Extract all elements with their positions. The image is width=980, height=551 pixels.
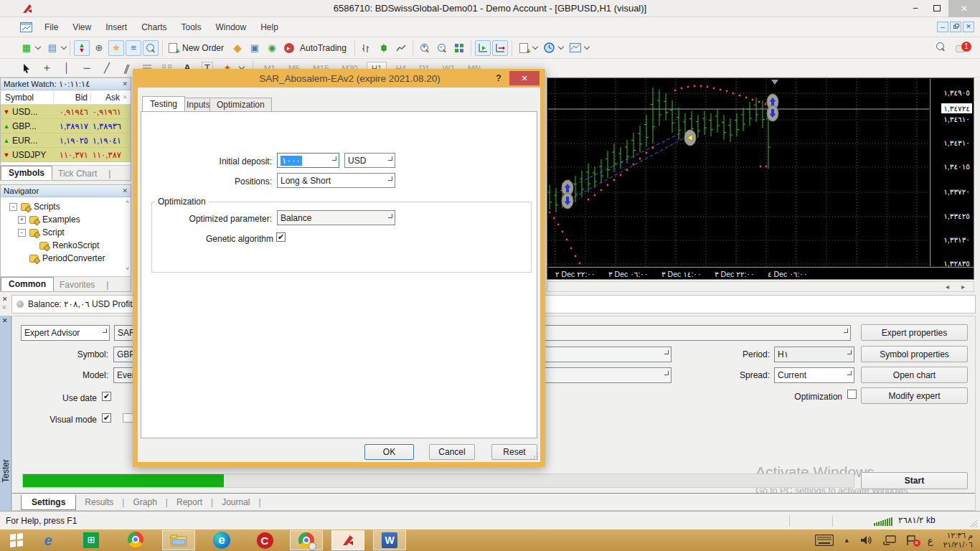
- tab-journal[interactable]: Journal: [213, 495, 258, 509]
- zoom-out-button[interactable]: -: [434, 40, 450, 56]
- volume-tray-icon[interactable]: [860, 535, 873, 545]
- data-window-toggle[interactable]: ⊕: [91, 40, 107, 56]
- new-chart-dropdown-icon[interactable]: [35, 44, 41, 50]
- minimize-button[interactable]: –: [905, 0, 925, 17]
- market-watch-row[interactable]: ▲EUR...١,١٩٠٢٥١,١٩٠٤١: [1, 133, 131, 148]
- action-center-flag-icon[interactable]: ✕: [906, 535, 918, 545]
- templates-button[interactable]: [567, 40, 583, 56]
- menu-help[interactable]: Help: [253, 19, 286, 35]
- periods-dropdown-icon[interactable]: [558, 44, 564, 50]
- menu-view[interactable]: View: [65, 19, 98, 35]
- balance-menu-icon[interactable]: ≡: [2, 303, 6, 311]
- tab-symbols[interactable]: Symbols: [1, 166, 52, 180]
- currency-select[interactable]: USD: [344, 153, 395, 168]
- navigator-scroll-down-icon[interactable]: ˅: [126, 265, 129, 272]
- tile-windows-button[interactable]: [451, 40, 467, 56]
- dialog-resize-grip[interactable]: [530, 452, 539, 461]
- market-watch-row[interactable]: ▼USD...٠,٩١٩٤٦٠,٩١٩٦١: [1, 105, 131, 119]
- tree-item-periodconverter[interactable]: PeriodConverter: [29, 253, 105, 263]
- new-order-icon[interactable]: +: [166, 40, 179, 56]
- dialog-help-button[interactable]: ?: [488, 73, 509, 83]
- navigator-close-icon[interactable]: ✕: [122, 187, 128, 194]
- price-chart[interactable]: [548, 79, 929, 266]
- terminal-toggle[interactable]: ≡: [126, 40, 141, 56]
- market-watch-scroll-up-icon[interactable]: ˄: [123, 94, 127, 100]
- metaeditor-button[interactable]: ◆: [230, 40, 245, 56]
- visual-mode-checkbox[interactable]: ✔: [102, 413, 111, 423]
- market-watch-row[interactable]: ▼USDJPY١١٠,٣٧١١١٠,٣٨٧: [1, 148, 131, 162]
- new-chart-button[interactable]: ▦: [19, 40, 34, 56]
- mdi-close-button[interactable]: ✕: [963, 22, 974, 32]
- dialog-title-bar[interactable]: SAR_Abosalem-EAv2 (expire 2021.08.20) ? …: [133, 69, 545, 88]
- menu-file[interactable]: File: [37, 19, 65, 35]
- tab-report[interactable]: Report: [168, 495, 211, 509]
- dialog-tab-optimization[interactable]: Optimization: [209, 98, 272, 111]
- market-watch-toggle[interactable]: ▲▼: [74, 40, 90, 56]
- profiles-button[interactable]: ▤: [44, 40, 60, 56]
- tray-clock[interactable]: م ١٢:٣٦ ٢١/٢١/٠٦: [943, 531, 973, 550]
- bar-chart-type-button[interactable]: [359, 40, 374, 56]
- tab-graph[interactable]: Graph: [124, 495, 165, 509]
- strategy-tester-toggle[interactable]: [143, 40, 159, 56]
- market-watch-close-icon[interactable]: ✕: [122, 80, 128, 88]
- autotrading-button[interactable]: AutoTrading: [298, 43, 351, 53]
- taskbar-item-store[interactable]: ⊞: [76, 532, 106, 548]
- tab-settings[interactable]: Settings: [21, 494, 76, 510]
- column-symbol[interactable]: Symbol: [1, 93, 54, 103]
- chart-scrollbar[interactable]: ◂ ▸: [547, 281, 974, 292]
- taskbar-item-internet-explorer[interactable]: e: [33, 532, 63, 548]
- tray-language-indicator[interactable]: ع: [928, 535, 933, 546]
- taskbar-item-word[interactable]: W: [373, 530, 406, 550]
- tree-item-scripts[interactable]: -Scripts: [9, 202, 60, 212]
- profiles-dropdown-icon[interactable]: [61, 44, 67, 50]
- tab-results[interactable]: Results: [76, 495, 122, 509]
- notification-bubble-icon[interactable]: 1: [956, 42, 971, 55]
- tree-item-examples[interactable]: +Examples: [18, 215, 80, 225]
- maximize-button[interactable]: [927, 0, 947, 17]
- scroll-left-icon[interactable]: ◂: [946, 283, 949, 291]
- network-tray-icon[interactable]: [883, 535, 896, 545]
- modify-expert-button[interactable]: Modify expert: [861, 387, 968, 404]
- taskbar-item-edge[interactable]: e: [207, 532, 237, 549]
- chart-shift-button[interactable]: [492, 40, 508, 56]
- autotrading-icon[interactable]: ▸: [281, 40, 297, 56]
- optimization-checkbox[interactable]: [847, 390, 857, 399]
- vertical-line-tool[interactable]: │: [59, 60, 75, 76]
- tab-common[interactable]: Common: [1, 277, 54, 291]
- column-bid[interactable]: Bid: [54, 93, 91, 103]
- menu-charts[interactable]: Charts: [134, 19, 174, 35]
- menu-insert[interactable]: Insert: [98, 19, 134, 35]
- period-select[interactable]: H١: [774, 347, 854, 362]
- ok-button[interactable]: OK: [364, 444, 414, 460]
- column-ask[interactable]: Ask: [91, 93, 123, 103]
- tree-item-script[interactable]: -Script: [18, 227, 65, 237]
- market-watch-row[interactable]: ▲GBP...١,٣٨٩١٧١,٣٨٩٣٦: [1, 119, 131, 133]
- navigator-header[interactable]: Navigator ✕: [1, 185, 131, 197]
- genetic-algorithm-checkbox[interactable]: ✔: [276, 232, 286, 242]
- mdi-restore-button[interactable]: [950, 22, 961, 32]
- menu-window[interactable]: Window: [209, 19, 254, 35]
- resize-grip-icon[interactable]: [969, 519, 978, 528]
- use-date-checkbox[interactable]: ✔: [102, 392, 111, 401]
- keyboard-tray-icon[interactable]: [815, 534, 834, 546]
- initial-deposit-input[interactable]: ١٠٠٠: [277, 153, 339, 168]
- tree-item-renkoscript[interactable]: RenkoScript: [39, 240, 99, 250]
- cancel-button[interactable]: Cancel: [429, 444, 475, 460]
- indicators-button[interactable]: +: [516, 40, 532, 56]
- trendline-tool[interactable]: ╱: [99, 60, 115, 76]
- symbol-properties-button[interactable]: Symbol properties: [861, 346, 968, 362]
- taskbar-item-file-explorer[interactable]: [162, 530, 195, 550]
- spread-select[interactable]: Current: [774, 367, 854, 383]
- navigator-scroll-up-icon[interactable]: ˄: [126, 199, 129, 205]
- signals-button[interactable]: ◉: [264, 40, 280, 56]
- dialog-close-button[interactable]: ✕: [509, 71, 540, 85]
- tester-close-icon[interactable]: ✕: [2, 317, 8, 324]
- positions-select[interactable]: Long & Short: [277, 173, 395, 188]
- optimized-parameter-select[interactable]: Balance: [277, 210, 395, 225]
- experts-button[interactable]: ▣: [247, 40, 263, 56]
- periods-button[interactable]: [542, 40, 557, 56]
- auto-scroll-button[interactable]: [475, 40, 491, 56]
- crosshair-tool[interactable]: ＋: [39, 60, 55, 76]
- tab-favorites[interactable]: Favorites: [54, 278, 100, 291]
- taskbar-item-chrome-profile[interactable]: [290, 530, 323, 550]
